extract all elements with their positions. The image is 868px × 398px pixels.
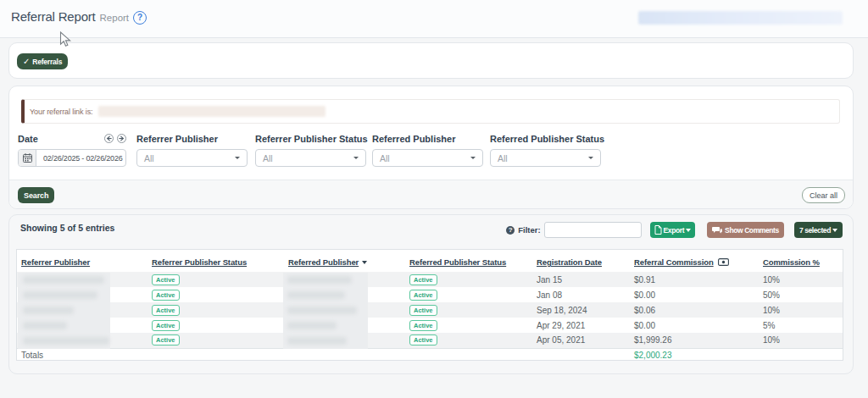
table-header-row: Referrer Publisher Referrer Publisher St… (17, 250, 843, 272)
arrow-right-icon (119, 135, 125, 141)
date-prev-button[interactable] (104, 134, 114, 143)
status-badge: Active (409, 274, 437, 285)
referral-commission-cell: $0.91 (630, 272, 759, 287)
date-label-row: Date (18, 134, 126, 143)
date-label: Date (18, 134, 38, 144)
referred-status-cell: Active (405, 287, 532, 302)
referrer-status-cell: Active (147, 318, 284, 333)
filters-footer: Search Clear all (9, 180, 853, 208)
table-row[interactable]: Active Active Jan 15 $0.91 10% (17, 272, 843, 287)
col-referred-publisher[interactable]: Referred Publisher (284, 250, 405, 272)
column-header-label: Referrer Publisher (21, 257, 90, 267)
referred-publisher-cell (284, 333, 405, 348)
referrer-publisher-cell (17, 287, 147, 302)
registration-date-cell: Sep 18, 2024 (532, 302, 630, 318)
filters-card: Your referral link is: Date (8, 86, 854, 209)
col-referrer-publisher[interactable]: Referrer Publisher (17, 250, 147, 272)
columns-selected-button[interactable]: 7 selected (794, 222, 843, 238)
status-badge: Active (409, 334, 437, 345)
search-button[interactable]: Search (18, 187, 54, 203)
export-button[interactable]: Export (650, 222, 696, 238)
page-subtitle: Report (100, 13, 130, 23)
page-title: Referral Report (11, 9, 96, 24)
column-header-label: Referred Publisher Status (409, 257, 506, 267)
col-commission-pct[interactable]: Commission % (759, 250, 843, 272)
referred-publisher-status-value: All (498, 153, 508, 163)
referral-link-label: Your referral link is: (30, 108, 93, 116)
chevron-down-icon (353, 157, 359, 159)
registration-date-cell: Jan 08 (532, 287, 630, 302)
referrer-status-cell: Active (147, 333, 284, 348)
column-header-label: Registration Date (537, 257, 602, 267)
filter-input[interactable] (544, 222, 642, 238)
referrer-publisher-cell (17, 272, 147, 287)
col-referred-publisher-status[interactable]: Referred Publisher Status (405, 250, 532, 272)
commission-pct-cell: 10% (759, 272, 843, 287)
referred-publisher-cell (284, 272, 405, 287)
referrer-publisher-status-label: Referrer Publisher Status (255, 134, 366, 143)
check-icon: ✓ (23, 57, 30, 66)
column-header-label: Referred Publisher (288, 257, 359, 267)
table-row[interactable]: Active Active Apr 29, 2021 $0.00 5% (17, 318, 843, 333)
table-row[interactable]: Active Active Apr 05, 2021 $1,999.26 10% (17, 333, 843, 348)
column-header-label: Commission % (763, 257, 820, 267)
tabs-card: ✓ Referrals (8, 42, 854, 79)
date-range-input[interactable]: 02/26/2025 - 02/26/2026 (18, 149, 126, 167)
column-header-label: Referrer Publisher Status (152, 257, 247, 267)
table-row[interactable]: Active Active Sep 18, 2024 $0.06 10% (17, 302, 843, 318)
col-registration-date[interactable]: Registration Date (532, 250, 630, 272)
totals-commission-cell: $2,000.23 (630, 348, 759, 362)
table-wrap: Referrer Publisher Referrer Publisher St… (16, 249, 843, 361)
table-row[interactable]: Active Active Jan 08 $0.00 50% (17, 287, 843, 302)
filter-help-icon[interactable]: ? (506, 226, 515, 235)
col-referral-commission[interactable]: Referral Commission (630, 250, 759, 272)
date-arrows (104, 134, 126, 143)
referrals-table: Referrer Publisher Referrer Publisher St… (17, 250, 843, 362)
referrer-publisher-cell (17, 318, 147, 333)
columns-selected-label: 7 selected (799, 226, 831, 235)
registration-date-cell: Jan 15 (532, 272, 630, 287)
chevron-down-icon (832, 229, 837, 232)
referred-status-cell: Active (405, 333, 532, 348)
chevron-down-icon (235, 157, 240, 159)
col-referrer-publisher-status[interactable]: Referrer Publisher Status (147, 250, 284, 272)
results-card: Showing 5 of 5 entries ? Filter: Export (8, 214, 854, 374)
referrer-publisher-status-select[interactable]: All (255, 149, 366, 167)
help-icon[interactable]: ? (133, 11, 147, 25)
referrals-tab-button[interactable]: ✓ Referrals (17, 53, 68, 69)
date-next-button[interactable] (117, 134, 126, 143)
redacted-referral-link (98, 106, 326, 117)
referred-publisher-value: All (380, 153, 390, 163)
filter-label-wrap: ? Filter: (506, 225, 540, 235)
comments-icon (712, 226, 722, 235)
referred-publisher-filter-group: Referred Publisher All (372, 134, 483, 167)
money-icon (718, 258, 729, 266)
status-badge: Active (409, 305, 437, 316)
status-badge: Active (152, 290, 180, 301)
referrer-publisher-value: All (144, 153, 154, 163)
show-comments-button[interactable]: Show Comments (707, 222, 784, 238)
referred-publisher-cell (284, 318, 405, 333)
filter-label: Filter: (518, 225, 540, 235)
commission-pct-cell: 10% (759, 333, 843, 348)
referred-publisher-select[interactable]: All (372, 149, 483, 167)
referred-publisher-status-select[interactable]: All (490, 149, 601, 167)
commission-pct-cell: 50% (759, 287, 843, 302)
commission-pct-cell: 10% (759, 302, 843, 318)
referrer-publisher-status-value: All (263, 153, 273, 163)
status-badge: Active (152, 274, 180, 285)
referrer-publisher-label: Referrer Publisher (136, 134, 248, 143)
file-icon (654, 225, 662, 235)
totals-empty-cell (759, 348, 843, 362)
page-header: Referral Report Report ? (0, 0, 868, 38)
column-header-label: Referral Commission (634, 257, 714, 267)
arrow-left-icon (106, 135, 112, 141)
referral-commission-cell: $0.06 (630, 302, 759, 318)
totals-empty-cell (147, 348, 284, 362)
clear-all-button[interactable]: Clear all (802, 187, 845, 203)
showing-entries-text: Showing 5 of 5 entries (20, 223, 114, 233)
commission-pct-cell: 5% (759, 318, 843, 333)
chevron-down-icon (588, 157, 593, 159)
referrer-publisher-select[interactable]: All (136, 149, 248, 167)
referrals-tab-label: Referrals (32, 58, 62, 66)
